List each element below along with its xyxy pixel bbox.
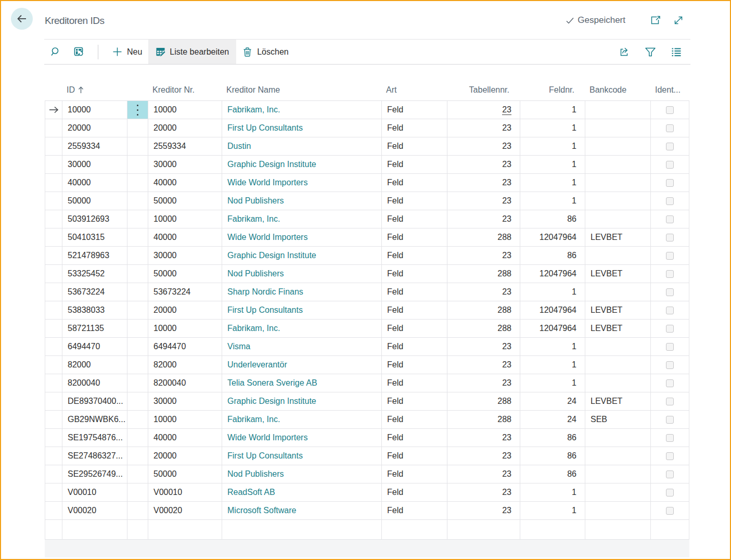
cell-kreditor-nr[interactable]: 53673224 <box>148 283 222 301</box>
cell-id[interactable]: 521478963 <box>62 247 127 264</box>
cell-kreditor-name[interactable]: Fabrikam, Inc. <box>222 210 382 228</box>
cell-art[interactable]: Feld <box>382 228 447 246</box>
cell-feldnr[interactable]: 86 <box>520 210 585 228</box>
ident-checkbox[interactable] <box>666 379 674 387</box>
cell-id[interactable]: SE19754876... <box>62 429 127 447</box>
cell-id[interactable]: 58721135 <box>62 320 127 337</box>
kreditor-name-link[interactable]: Wide World Importers <box>227 433 307 442</box>
cell-kreditor-nr[interactable]: 2559334 <box>148 137 222 155</box>
cell-bankcode[interactable] <box>585 119 651 137</box>
cell-art[interactable]: Feld <box>382 338 447 355</box>
cell-feldnr[interactable] <box>520 520 585 539</box>
cell-art[interactable]: Feld <box>382 447 447 465</box>
column-header-art[interactable]: Art <box>381 85 447 95</box>
cell-feldnr[interactable]: 1 <box>520 156 585 173</box>
cell-tabellennr[interactable]: 23 <box>447 137 520 155</box>
cell-tabellennr[interactable]: 23 <box>447 101 520 119</box>
cell-feldnr[interactable]: 12047964 <box>520 265 585 283</box>
cell-feldnr[interactable]: 1 <box>520 119 585 137</box>
cell-id[interactable]: 53325452 <box>62 265 127 283</box>
cell-tabellennr[interactable]: 23 <box>447 210 520 228</box>
row-options-button[interactable] <box>127 228 148 246</box>
cell-tabellennr[interactable]: 288 <box>447 411 520 428</box>
cell-id[interactable]: 2559334 <box>62 137 127 155</box>
cell-kreditor-name[interactable]: Fabrikam, Inc. <box>222 411 382 428</box>
cell-feldnr[interactable]: 24 <box>520 392 585 410</box>
row-options-button[interactable] <box>127 411 148 428</box>
ident-checkbox[interactable] <box>666 361 674 369</box>
cell-id[interactable]: SE29526749... <box>62 465 127 483</box>
cell-art[interactable]: Feld <box>382 192 447 210</box>
cell-bankcode[interactable]: LEVBET <box>585 228 651 246</box>
cell-id[interactable]: 82000 <box>62 356 127 374</box>
kreditor-name-link[interactable]: Fabrikam, Inc. <box>227 214 280 224</box>
new-button[interactable]: Neu <box>106 40 148 64</box>
cell-kreditor-name[interactable]: Dustin <box>222 137 382 155</box>
cell-art[interactable]: Feld <box>382 247 447 264</box>
ident-checkbox[interactable] <box>666 507 674 515</box>
cell-kreditor-nr[interactable]: 40000 <box>148 228 222 246</box>
cell-art[interactable]: Feld <box>382 356 447 374</box>
row-options-button[interactable] <box>127 101 148 119</box>
cell-art[interactable] <box>382 520 447 539</box>
cell-feldnr[interactable]: 1 <box>520 483 585 501</box>
row-options-button[interactable] <box>127 392 148 410</box>
cell-kreditor-nr[interactable] <box>148 520 222 539</box>
cell-bankcode[interactable] <box>585 192 651 210</box>
cell-kreditor-name[interactable]: Nod Publishers <box>222 265 382 283</box>
cell-art[interactable]: Feld <box>382 374 447 392</box>
cell-bankcode[interactable]: LEVBET <box>585 265 651 283</box>
kreditor-name-link[interactable]: Wide World Importers <box>227 233 307 242</box>
row-options-button[interactable] <box>127 320 148 337</box>
ident-checkbox[interactable] <box>666 143 674 150</box>
cell-kreditor-name[interactable]: Fabrikam, Inc. <box>222 320 382 337</box>
column-header-kreditor-name[interactable]: Kreditor Name <box>222 85 381 95</box>
cell-bankcode[interactable] <box>585 502 651 519</box>
cell-kreditor-name[interactable]: Wide World Importers <box>222 429 382 447</box>
row-options-button[interactable] <box>127 137 148 155</box>
cell-art[interactable]: Feld <box>382 101 447 119</box>
cell-bankcode[interactable] <box>585 247 651 264</box>
cell-tabellennr[interactable] <box>447 520 520 539</box>
expand-page-button[interactable] <box>668 10 689 31</box>
cell-bankcode[interactable]: LEVBET <box>585 392 651 410</box>
ident-checkbox[interactable] <box>666 470 674 478</box>
cell-kreditor-nr[interactable]: 20000 <box>148 301 222 319</box>
cell-id[interactable]: V00020 <box>62 502 127 519</box>
cell-art[interactable]: Feld <box>382 137 447 155</box>
cell-art[interactable]: Feld <box>382 465 447 483</box>
row-options-button[interactable] <box>127 483 148 501</box>
cell-feldnr[interactable]: 24 <box>520 411 585 428</box>
kreditor-name-link[interactable]: Fabrikam, Inc. <box>227 324 280 333</box>
cell-bankcode[interactable] <box>585 465 651 483</box>
cell-kreditor-name[interactable]: First Up Consultants <box>222 119 382 137</box>
cell-kreditor-name[interactable]: Telia Sonera Sverige AB <box>222 374 382 392</box>
cell-art[interactable]: Feld <box>382 119 447 137</box>
row-options-button[interactable] <box>127 301 148 319</box>
cell-bankcode[interactable] <box>585 156 651 173</box>
cell-id[interactable]: 40000 <box>62 174 127 192</box>
cell-kreditor-nr[interactable]: 20000 <box>148 447 222 465</box>
kreditor-name-link[interactable]: First Up Consultants <box>227 306 303 315</box>
kreditor-name-link[interactable]: Microsoft Software <box>227 506 296 515</box>
cell-feldnr[interactable]: 86 <box>520 247 585 264</box>
cell-id[interactable]: 20000 <box>62 119 127 137</box>
cell-kreditor-name[interactable]: Nod Publishers <box>222 192 382 210</box>
cell-kreditor-nr[interactable]: V00020 <box>148 502 222 519</box>
kreditor-name-link[interactable]: First Up Consultants <box>227 451 303 461</box>
ident-checkbox[interactable] <box>666 124 674 132</box>
column-header-bankcode[interactable]: Bankcode <box>585 85 650 95</box>
cell-id[interactable]: GB29NWBK6... <box>62 411 127 428</box>
ident-checkbox[interactable] <box>666 489 674 497</box>
cell-kreditor-nr[interactable]: 10000 <box>148 411 222 428</box>
cell-kreditor-nr[interactable]: 40000 <box>148 429 222 447</box>
cell-tabellennr[interactable]: 23 <box>447 174 520 192</box>
cell-art[interactable]: Feld <box>382 210 447 228</box>
kreditor-name-link[interactable]: Underleverantör <box>227 360 287 370</box>
cell-kreditor-name[interactable]: Visma <box>222 338 382 355</box>
ident-checkbox[interactable] <box>666 234 674 241</box>
ident-checkbox[interactable] <box>666 398 674 405</box>
open-in-new-window-button[interactable] <box>645 10 666 31</box>
row-options-button[interactable] <box>127 429 148 447</box>
cell-kreditor-name[interactable]: Graphic Design Institute <box>222 247 382 264</box>
